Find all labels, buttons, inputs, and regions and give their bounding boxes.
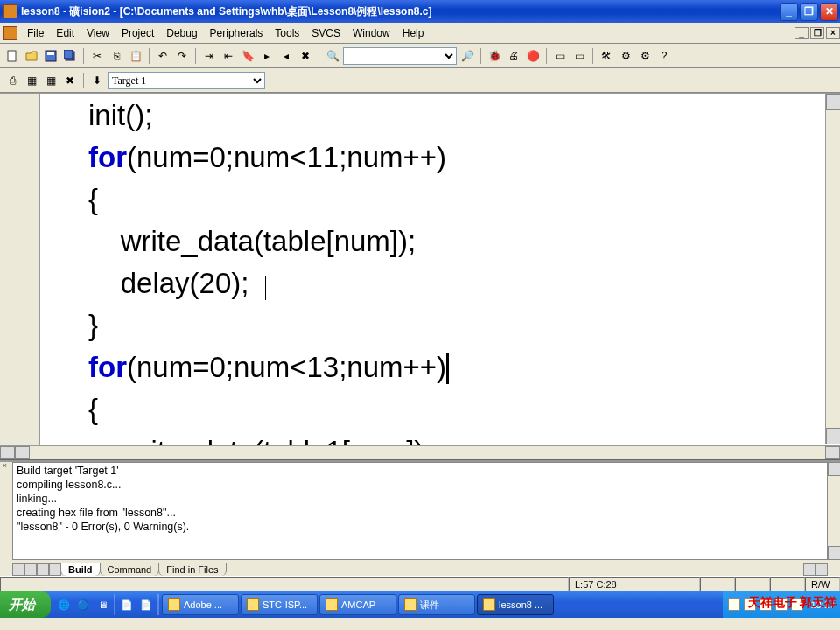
status-cursor-pos: L:57 C:28	[569, 578, 700, 592]
menu-debug[interactable]: Debug	[160, 24, 203, 42]
build-button[interactable]: ▦	[23, 72, 40, 89]
mdi-restore-button[interactable]: ❐	[810, 27, 824, 39]
editor-gutter	[0, 94, 40, 459]
tab-nav-prev-icon[interactable]	[24, 564, 37, 576]
editor-scrollbar-v[interactable]	[825, 94, 840, 444]
app-icon	[4, 4, 18, 18]
task-adobe[interactable]: Adobe ...	[162, 594, 239, 615]
outdent-button[interactable]: ⇤	[220, 47, 237, 65]
rebuild-button[interactable]: ▦	[42, 72, 60, 89]
tab-find-in-files[interactable]: Find in Files	[158, 563, 226, 576]
output-panel: × Build target 'Target 1' compiling less…	[0, 460, 840, 576]
mdi-minimize-button[interactable]: _	[794, 27, 808, 39]
status-message	[0, 578, 569, 592]
code-line: {	[40, 183, 98, 215]
debug-session-button[interactable]: 🐞	[486, 47, 503, 65]
minimize-button[interactable]: _	[780, 3, 798, 21]
task-label: 课件	[420, 598, 439, 612]
code-line: init();	[40, 99, 152, 131]
search-combo[interactable]	[343, 47, 457, 65]
tab-nav-first-icon[interactable]	[12, 564, 24, 576]
find-button[interactable]: 🔎	[458, 47, 476, 65]
tray-icon[interactable]	[728, 598, 740, 611]
code-line: (num=0;num<11;num++)	[127, 141, 446, 173]
quicklaunch-media-icon[interactable]: 🔵	[74, 596, 92, 613]
output-window-button[interactable]: ▭	[570, 47, 588, 65]
maximize-button[interactable]: ❐	[800, 3, 818, 21]
quicklaunch-ie-icon[interactable]: 🌐	[55, 596, 73, 613]
cut-button[interactable]: ✂	[88, 47, 106, 65]
output-line: "lesson8" - 0 Error(s), 0 Warning(s).	[17, 521, 189, 533]
tab-nav-last-icon[interactable]	[49, 564, 61, 576]
target-select[interactable]: Target 1	[108, 72, 265, 89]
output-close-button[interactable]: ×	[0, 462, 10, 472]
save-all-button[interactable]	[61, 47, 79, 65]
code-area[interactable]: init(); for(num=0;num<11;num++) { write_…	[40, 94, 840, 459]
task-label: AMCAP	[341, 599, 375, 610]
menu-edit[interactable]: Edit	[50, 24, 80, 42]
output-line: linking...	[17, 493, 57, 505]
tab-nav-next-icon[interactable]	[37, 564, 49, 576]
paste-button[interactable]: 📋	[127, 47, 144, 65]
bookmark-toggle-button[interactable]: 🔖	[239, 47, 256, 65]
stop-build-button[interactable]: ✖	[61, 72, 79, 89]
menu-help[interactable]: Help	[396, 24, 430, 42]
output-text[interactable]: Build target 'Target 1' compiling lesson…	[12, 462, 828, 560]
mdi-close-button[interactable]: ×	[826, 27, 840, 39]
tab-build[interactable]: Build	[60, 563, 101, 576]
scroll-left-icon[interactable]	[15, 446, 30, 459]
copy-button[interactable]: ⎘	[108, 47, 125, 65]
menu-file[interactable]: File	[21, 24, 50, 42]
output-scrollbar-v[interactable]	[828, 462, 840, 560]
save-button[interactable]	[42, 47, 60, 65]
output-line: compiling lesson8.c...	[17, 479, 122, 491]
undo-button[interactable]: ↶	[154, 47, 172, 65]
menu-bar: File Edit View Project Debug Peripherals…	[0, 23, 840, 44]
output-scroll-left-icon[interactable]	[803, 564, 816, 576]
bookmark-prev-button[interactable]: ◂	[277, 47, 295, 65]
status-rw: R/W	[805, 578, 840, 592]
title-bar: lesson8 - 礦ision2 - [C:\Documents and Se…	[0, 0, 840, 23]
menu-peripherals[interactable]: Peripherals	[204, 24, 270, 42]
close-button[interactable]: ✕	[820, 3, 838, 21]
scroll-left-icon[interactable]	[0, 446, 15, 459]
open-file-button[interactable]	[23, 47, 40, 65]
find-in-files-button[interactable]: 🔍	[324, 47, 341, 65]
bookmark-clear-button[interactable]: ✖	[297, 47, 314, 65]
download-button[interactable]: ⬇	[88, 72, 106, 89]
indent-button[interactable]: ⇥	[200, 47, 218, 65]
folder-icon	[404, 598, 416, 611]
quicklaunch-desktop-icon[interactable]: 🖥	[94, 596, 111, 613]
breakpoint-button[interactable]: 🔴	[524, 47, 542, 65]
keyword-for: for	[40, 351, 127, 383]
bookmark-next-button[interactable]: ▸	[258, 47, 276, 65]
configure-button[interactable]: ⚙	[636, 47, 654, 65]
options-button[interactable]: ⚙	[617, 47, 634, 65]
translate-button[interactable]: ⎙	[4, 72, 21, 89]
menu-project[interactable]: Project	[116, 24, 160, 42]
start-button[interactable]: 开始	[0, 592, 51, 618]
menu-window[interactable]: Window	[346, 24, 396, 42]
quicklaunch-app-icon[interactable]: 📄	[137, 596, 155, 613]
task-label: lesson8 ...	[499, 599, 542, 610]
print-button[interactable]: 🖨	[505, 47, 522, 65]
code-editor[interactable]: init(); for(num=0;num<11;num++) { write_…	[0, 93, 840, 460]
menu-view[interactable]: View	[80, 24, 116, 42]
about-button[interactable]: ?	[655, 47, 673, 65]
redo-button[interactable]: ↷	[173, 47, 191, 65]
tab-command[interactable]: Command	[100, 563, 160, 576]
quicklaunch-app-icon[interactable]: 📄	[118, 596, 136, 613]
editor-scrollbar-h[interactable]	[0, 445, 840, 459]
menu-svcs[interactable]: SVCS	[305, 24, 346, 42]
scroll-right-icon[interactable]	[825, 446, 840, 459]
new-file-button[interactable]	[4, 47, 21, 65]
menu-tools[interactable]: Tools	[269, 24, 305, 42]
task-amcap[interactable]: AMCAP	[319, 594, 396, 615]
toolbox-button[interactable]: 🛠	[598, 47, 615, 65]
task-keil[interactable]: lesson8 ...	[477, 594, 554, 615]
output-scroll-right-icon[interactable]	[816, 564, 828, 576]
mdi-icon	[4, 26, 18, 40]
project-window-button[interactable]: ▭	[551, 47, 569, 65]
task-folder[interactable]: 课件	[398, 594, 475, 615]
task-stc-isp[interactable]: STC-ISP...	[241, 594, 318, 615]
